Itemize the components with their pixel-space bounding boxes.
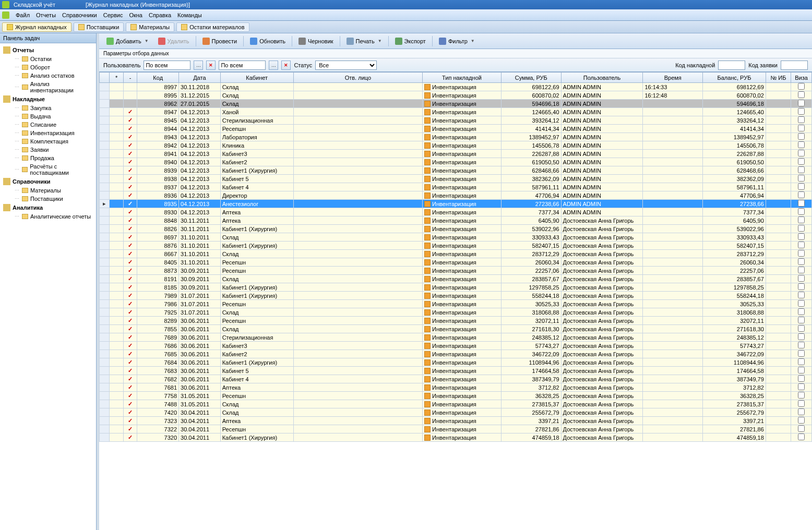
table-row[interactable]: ✓792531.07.2011СкладИнвентаризация318068… [100,308,812,317]
cell-visa[interactable] [791,108,812,116]
visa-checkbox[interactable] [798,216,805,223]
col-header-*[interactable]: * [110,73,124,83]
table-row[interactable]: ▸✓893504.12.2013АнестезиологИнвентаризац… [100,200,812,208]
visa-checkbox[interactable] [798,300,805,307]
cell-visa[interactable] [791,325,812,333]
cell-visa[interactable] [791,133,812,141]
table-row[interactable]: ✓894404.12.2013РесепшнИнвентаризация4141… [100,125,812,133]
cell-visa[interactable] [791,300,812,308]
table-row[interactable]: ✓884830.11.2011АптекаИнвентаризация6405,… [100,216,812,225]
cell-visa[interactable] [791,83,812,91]
tree-item-Списание[interactable]: ⋯Списание [0,121,96,129]
menu-Окна[interactable]: Окна [126,11,146,19]
col-header-№ ИБ[interactable]: № ИБ [766,73,791,83]
visa-checkbox[interactable] [798,267,805,273]
tree-item-Продажа[interactable]: ⋯Продажа [0,154,96,162]
table-row[interactable]: ✓894004.12.2013Кабинет2Инвентаризация619… [100,158,812,166]
cell-visa[interactable] [791,225,812,233]
tab-Остатки материалов[interactable]: Остатки материалов [176,22,249,32]
visa-checkbox[interactable] [798,175,805,182]
cell-visa[interactable] [791,233,812,242]
cell-visa[interactable] [791,400,812,408]
visa-checkbox[interactable] [798,417,805,424]
tree-item-Аналитические отчеты[interactable]: ⋯Аналитические отчеты [0,212,96,221]
col-header-Код[interactable]: Код [137,73,179,83]
table-row[interactable]: ✓775831.05.2011РесепшнИнвентаризация3632… [100,392,812,400]
menu-Отчеты[interactable]: Отчеты [33,11,59,19]
tree-item-Инвентаризация[interactable]: ⋯Инвентаризация [0,129,96,137]
table-row[interactable]: ✓785530.06.2011СкладИнвентаризация271618… [100,325,812,333]
table-row[interactable]: ✓893004.12.2013АптекаИнвентаризация7377,… [100,208,812,216]
visa-checkbox[interactable] [798,392,805,399]
tree-item-Остатки[interactable]: ⋯Остатки [0,55,96,63]
table-row[interactable]: ✓893604.12.2013ДиректорИнвентаризация477… [100,191,812,200]
table-row[interactable]: ✓840531.10.2011РесепшнИнвентаризация2606… [100,258,812,267]
table-row[interactable]: ✓893704.12.2013Кабинет 4Инвентаризация58… [100,183,812,191]
table-row[interactable]: ✓768230.06.2011Кабинет 4Инвентаризация38… [100,375,812,383]
col-header-Время[interactable]: Время [643,73,703,83]
cell-visa[interactable] [791,283,812,292]
filter-user-input[interactable] [144,61,190,70]
table-row[interactable]: ✓768530.06.2011Кабинет2Инвентаризация346… [100,350,812,358]
tree-item-Расчёты с поставщиками[interactable]: ⋯Расчёты с поставщиками [0,162,96,177]
cell-visa[interactable] [791,350,812,358]
menu-Команды[interactable]: Команды [174,11,205,19]
visa-checkbox[interactable] [798,308,805,315]
visa-checkbox[interactable] [798,225,805,232]
visa-checkbox[interactable] [798,358,805,365]
cell-visa[interactable] [791,91,812,100]
tree-item-Анализ инвентаризации[interactable]: ⋯Анализ инвентаризации [0,80,96,94]
visa-checkbox[interactable] [798,350,805,357]
cell-visa[interactable] [791,267,812,275]
filter-field2-input[interactable] [219,61,266,70]
cell-visa[interactable] [791,100,812,108]
grid-container[interactable]: *-КодДатаКабинетОтв. лицоТип накладнойСу… [99,72,812,530]
cell-visa[interactable] [791,250,812,258]
filter-field2-clear[interactable]: ✕ [281,61,291,70]
visa-checkbox[interactable] [798,191,805,198]
table-row[interactable]: ✓768330.06.2011Кабинет 5Инвентаризация17… [100,367,812,375]
col-header-Дата[interactable]: Дата [179,73,221,83]
visa-checkbox[interactable] [798,158,805,165]
cell-visa[interactable] [791,141,812,150]
menu-Файл[interactable]: Файл [13,11,33,19]
cell-visa[interactable] [791,425,812,433]
cell-visa[interactable] [791,116,812,125]
filter-user-ellipsis[interactable]: … [194,61,203,70]
cell-visa[interactable] [791,150,812,158]
cell-visa[interactable] [791,342,812,350]
cell-visa[interactable] [791,333,812,342]
table-row[interactable]: ✓748831.05.2011СкладИнвентаризация273815… [100,400,812,408]
cell-visa[interactable] [791,216,812,225]
cell-visa[interactable] [791,383,812,392]
table-row[interactable]: ✓819130.09.2011СкладИнвентаризация283857… [100,275,812,283]
col-header-Пользователь[interactable]: Пользователь [561,73,643,83]
toolbar-Обновить[interactable]: Обновить [246,36,290,46]
toolbar-Фильтр[interactable]: Фильтр▼ [435,36,479,46]
table-row[interactable]: ✓894204.12.2013КлиникаИнвентаризация1455… [100,141,812,150]
table-row[interactable]: ✓894504.12.2013СтерилизационнаяИнвентари… [100,116,812,125]
visa-checkbox[interactable] [798,183,805,190]
visa-checkbox[interactable] [798,383,805,390]
cell-visa[interactable] [791,166,812,175]
col-header-indicator[interactable] [100,73,110,83]
col-header-Виза[interactable]: Виза [791,73,812,83]
tree-section-Отчеты[interactable]: Отчеты [0,45,96,55]
table-row[interactable]: ✓894704.12.2013ХанойИнвентаризация124665… [100,108,812,116]
table-row[interactable]: ✓742030.04.2011СкладИнвентаризация255672… [100,408,812,417]
visa-checkbox[interactable] [798,283,805,290]
table-row[interactable]: ✓768130.06.2011АптекаИнвентаризация3712,… [100,383,812,392]
menu-Сервис[interactable]: Сервис [100,11,126,19]
table-row[interactable]: ✓732230.04.2011РесепшнИнвентаризация2782… [100,425,812,433]
cell-visa[interactable] [791,417,812,425]
col-header-Баланс, РУБ[interactable]: Баланс, РУБ [703,73,766,83]
visa-checkbox[interactable] [798,83,805,90]
table-row[interactable]: ✓768430.06.2011Кабинет1 (Хирургия)Инвент… [100,358,812,367]
visa-checkbox[interactable] [798,166,805,173]
cell-visa[interactable] [791,392,812,400]
tab-Материалы[interactable]: Материалы [126,22,174,32]
table-row[interactable]: ✓894304.12.2013ЛабораторияИнвентаризация… [100,133,812,141]
table-row[interactable]: ✓798931.07.2011Кабинет1 (Хирургия)Инвент… [100,292,812,300]
cell-visa[interactable] [791,175,812,183]
tree-item-Выдача[interactable]: ⋯Выдача [0,112,96,121]
